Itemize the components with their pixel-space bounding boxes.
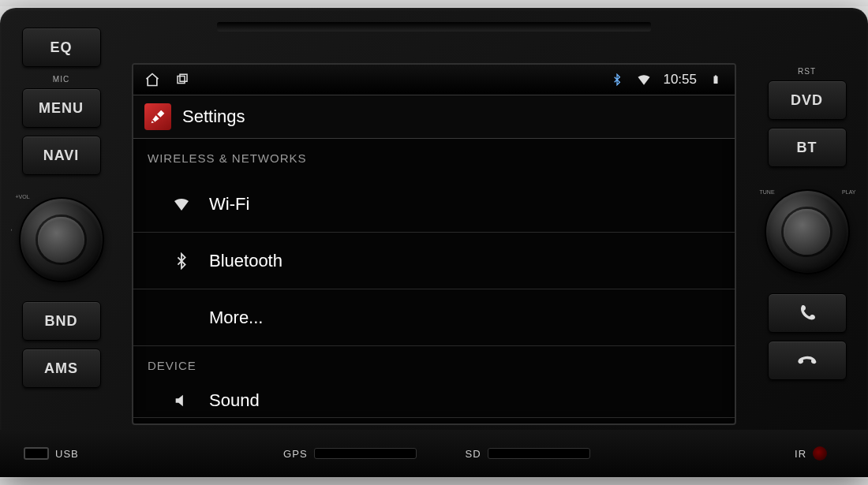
- section-wireless-header: WIRELESS & NETWORKS: [133, 139, 735, 176]
- svg-rect-2: [714, 76, 718, 84]
- phone-hangup-button[interactable]: [768, 341, 847, 380]
- home-icon[interactable]: [144, 72, 160, 88]
- settings-item-sound[interactable]: Sound: [133, 383, 735, 418]
- bt-button[interactable]: BT: [768, 128, 847, 167]
- sd-label: SD: [466, 448, 481, 460]
- status-clock: 10:55: [663, 72, 697, 88]
- svg-rect-1: [180, 74, 187, 81]
- recent-apps-icon[interactable]: [174, 72, 190, 88]
- gps-label: GPS: [283, 448, 307, 460]
- speaker-icon: [171, 390, 192, 411]
- bluetooth-icon: [171, 251, 192, 271]
- eq-button[interactable]: EQ: [22, 28, 101, 67]
- settings-item-more[interactable]: More...: [133, 289, 735, 346]
- ir-area: IR: [795, 446, 827, 461]
- svg-rect-0: [178, 76, 185, 83]
- gps-sd-slot-area[interactable]: GPS: [283, 448, 416, 460]
- tune-label: TUNE: [760, 189, 775, 195]
- vol-minus-label: -: [7, 229, 13, 230]
- rst-label: RST: [798, 67, 816, 76]
- svg-rect-3: [715, 75, 716, 76]
- gps-sd-slot: [314, 448, 417, 459]
- head-unit-device: EQ MIC MENU NAVI +VOL - BND AMS: [0, 8, 868, 477]
- volume-knob[interactable]: [19, 197, 104, 282]
- blank-icon: [171, 308, 192, 328]
- settings-item-label: Sound: [209, 390, 260, 411]
- frame-border: [0, 479, 868, 485]
- settings-item-label: Wi-Fi: [209, 194, 249, 215]
- menu-button[interactable]: MENU: [22, 88, 101, 128]
- play-label: PLAY: [842, 189, 855, 195]
- settings-header: Settings: [133, 95, 735, 139]
- section-device-header: DEVICE: [133, 346, 735, 383]
- bluetooth-status-icon: [609, 72, 625, 88]
- sd-slot-area[interactable]: SD: [466, 448, 590, 460]
- settings-item-bluetooth[interactable]: Bluetooth: [133, 233, 735, 289]
- ams-button[interactable]: AMS: [22, 349, 101, 388]
- wifi-status-icon: [636, 72, 652, 88]
- wifi-icon: [171, 194, 192, 215]
- usb-port-icon: [24, 447, 49, 460]
- settings-item-wifi[interactable]: Wi-Fi: [133, 176, 735, 233]
- navi-button[interactable]: NAVI: [22, 136, 101, 175]
- vol-plus-label: +VOL: [16, 194, 30, 200]
- sd-slot: [488, 448, 590, 459]
- settings-item-label: More...: [209, 308, 263, 328]
- ir-label: IR: [795, 448, 806, 460]
- frame-border: [0, 0, 868, 6]
- settings-title: Settings: [182, 106, 245, 127]
- status-bar[interactable]: 10:55: [133, 65, 735, 95]
- bnd-button[interactable]: BND: [22, 301, 101, 341]
- usb-port-area[interactable]: USB: [24, 447, 79, 460]
- battery-icon: [708, 72, 724, 88]
- settings-app-icon: [144, 103, 171, 130]
- tune-knob[interactable]: [765, 189, 850, 274]
- settings-item-label: Bluetooth: [209, 251, 282, 271]
- dvd-button[interactable]: DVD: [768, 80, 847, 120]
- ir-sensor-icon: [813, 446, 827, 461]
- usb-label: USB: [55, 448, 79, 460]
- mic-label: MIC: [53, 75, 69, 84]
- android-screen: 10:55 Settings WIRELESS & NETWORKS: [132, 63, 736, 425]
- phone-answer-button[interactable]: [768, 293, 847, 333]
